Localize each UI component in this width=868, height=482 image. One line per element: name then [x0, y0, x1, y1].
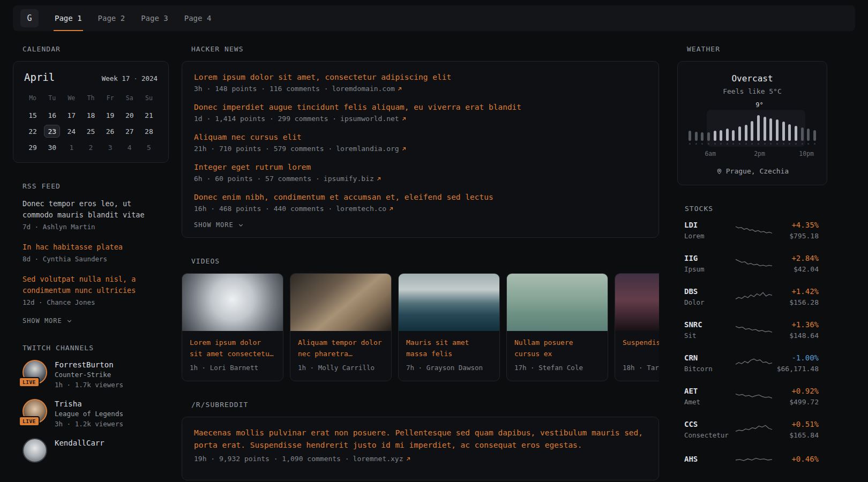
stock-ticker: AHS — [684, 455, 735, 463]
video-thumbnail[interactable] — [290, 274, 391, 331]
tab-page-1[interactable]: Page 1 — [54, 5, 83, 31]
stock-row[interactable]: AET Amet +0.92% $499.72 — [684, 387, 819, 406]
weather-peak-temp: 9° — [755, 101, 763, 109]
twitch-channel[interactable]: LIVE Trisha League of Legends 3h · 1.2k … — [23, 399, 159, 430]
subreddit-post-link[interactable]: Maecenas mollis pulvinar erat non posuer… — [194, 427, 647, 451]
tab-page-4[interactable]: Page 4 — [183, 5, 213, 31]
video-title-link[interactable]: Suspendisse diam — [615, 331, 659, 359]
hackernews-widget: HACKER NEWS Lorem ipsum dolor sit amet, … — [182, 45, 659, 238]
stock-row[interactable]: DBS Dolor +1.42% $156.28 — [684, 287, 819, 306]
channel-name-link[interactable]: Trisha — [55, 400, 123, 408]
video-thumbnail[interactable] — [615, 274, 659, 331]
rss-item-link[interactable]: Sed volutpat nulla nisl, a condimentum n… — [23, 274, 159, 296]
stock-row[interactable]: SNRC Sit +1.36% $148.64 — [684, 320, 819, 340]
rss-item: In hac habitasse platea 8d · Cynthia Sau… — [23, 242, 159, 265]
hn-story-domain-link[interactable]: ipsumworld.net — [340, 115, 407, 123]
video-card[interactable]: Lorem ipsum dolor sit amet consectetu… 1… — [182, 273, 283, 381]
location-pin-icon — [716, 168, 723, 175]
stock-row[interactable]: IIG Ipsum +2.84% $42.04 — [684, 254, 819, 273]
calendar-day: 20 — [120, 109, 139, 122]
calendar-day: 4 — [120, 141, 139, 154]
stock-sparkline — [735, 323, 773, 337]
weather-hour-bar — [757, 115, 760, 145]
calendar-day: 19 — [101, 109, 120, 122]
hn-story-domain-link[interactable]: loremdomain.com — [332, 85, 402, 93]
video-card[interactable]: Suspendisse diam 18h · Tara — [615, 273, 659, 381]
video-card[interactable]: Nullam posuere cursus ex 17h · Stefan Co… — [506, 273, 608, 381]
stock-sparkline — [735, 223, 773, 237]
stock-change: +0.51% — [773, 420, 819, 428]
rss-item-link[interactable]: Donec tempor eros leo, ut commodo mauris… — [23, 198, 159, 221]
calendar-day: 24 — [62, 125, 81, 138]
external-link-icon — [396, 86, 403, 92]
twitch-channel[interactable]: LIVE ForrestBurton Counter-Strike 1h · 1… — [23, 360, 159, 390]
video-title-link[interactable]: Aliquam tempor dolor nec pharetra… — [290, 331, 391, 359]
weather-hour-bar — [689, 131, 691, 145]
channel-category[interactable]: League of Legends — [55, 410, 123, 418]
tab-page-3[interactable]: Page 3 — [140, 5, 169, 31]
page-tabs: Page 1 Page 2 Page 3 Page 4 — [54, 5, 226, 31]
weather-hour-bar — [764, 117, 766, 145]
weather-hour-bar — [726, 129, 729, 145]
rss-heading: RSS FEED — [13, 182, 169, 190]
subreddit-widget: /R/SUBREDDIT Maecenas mollis pulvinar er… — [182, 401, 659, 480]
hn-show-more-button[interactable]: SHOW MORE — [194, 221, 244, 229]
stock-row[interactable]: AHS +0.46% — [684, 453, 819, 467]
video-card[interactable]: Aliquam tempor dolor nec pharetra… 1h · … — [290, 273, 392, 381]
hn-story-domain-link[interactable]: loremtech.co — [336, 205, 394, 213]
dashboard: CALENDAR April Week 17 · 2024 MoTuWeThFr… — [0, 31, 868, 482]
app-logo[interactable]: G — [20, 9, 39, 27]
stock-name: Sit — [684, 332, 735, 340]
weather-hour-bar — [695, 132, 698, 145]
weather-heading: WEATHER — [677, 45, 827, 53]
channel-name-link[interactable]: ForrestBurton — [55, 360, 123, 369]
weather-feels-like: Feels like 5°C — [687, 87, 817, 95]
video-card[interactable]: Mauris sit amet massa felis 7h · Grayson… — [398, 273, 500, 381]
stock-price: $42.04 — [773, 265, 819, 273]
stock-values: +1.42% $156.28 — [773, 287, 819, 306]
external-link-icon — [401, 146, 407, 152]
channel-category[interactable]: Counter-Strike — [55, 371, 123, 379]
channel-meta: 3h · 1.2k viewers — [55, 419, 123, 430]
hn-story-link[interactable]: Donec enim nibh, condimentum et accumsan… — [194, 191, 647, 203]
calendar-day: 1 — [62, 141, 81, 154]
stock-id: AHS — [684, 455, 735, 466]
hn-story-link[interactable]: Aliquam nec cursus elit — [194, 131, 647, 143]
stock-id: IIG Ipsum — [684, 254, 735, 273]
stock-row[interactable]: CCS Consectetur +0.51% $165.84 — [684, 420, 819, 439]
stock-row[interactable]: LDI Lorem +4.35% $795.18 — [684, 221, 819, 240]
weather-card: Overcast Feels like 5°C 9° 6am2pm10pm Pr… — [677, 61, 827, 185]
calendar-day: 17 — [62, 109, 81, 122]
channel-name-link[interactable]: KendallCarr — [55, 439, 104, 447]
calendar-weekday: We — [62, 93, 81, 103]
tab-page-2[interactable]: Page 2 — [97, 5, 126, 31]
rss-show-more-button[interactable]: SHOW MORE — [23, 317, 73, 325]
hackernews-heading: HACKER NEWS — [182, 45, 659, 53]
stock-change: +4.35% — [773, 221, 819, 229]
calendar-day: 28 — [139, 125, 159, 138]
twitch-channel-list: LIVE ForrestBurton Counter-Strike 1h · 1… — [13, 360, 169, 463]
video-title-link[interactable]: Lorem ipsum dolor sit amet consectetu… — [182, 331, 283, 359]
hn-story-link[interactable]: Donec imperdiet augue tincidunt felis al… — [194, 101, 647, 113]
center-column: HACKER NEWS Lorem ipsum dolor sit amet, … — [182, 45, 659, 482]
subreddit-domain: loremnet.xyz — [353, 455, 403, 463]
stock-change: +2.84% — [773, 254, 819, 262]
hn-story-link[interactable]: Lorem ipsum dolor sit amet, consectetur … — [194, 71, 647, 83]
hn-story-domain: loremtech.co — [336, 205, 386, 213]
external-link-icon — [401, 116, 407, 122]
video-thumbnail[interactable] — [399, 274, 499, 331]
subreddit-domain-link[interactable]: loremnet.xyz — [353, 455, 411, 463]
hn-story-domain-link[interactable]: loremlandia.org — [336, 145, 407, 153]
video-thumbnail[interactable] — [182, 274, 283, 331]
hn-story-domain-link[interactable]: ipsumify.biz — [324, 175, 382, 183]
rss-item-link[interactable]: In hac habitasse platea — [23, 242, 159, 253]
twitch-channel[interactable]: LIVE KendallCarr — [23, 438, 159, 463]
hn-story-link[interactable]: Integer eget rutrum lorem — [194, 161, 647, 173]
video-title-link[interactable]: Mauris sit amet massa felis — [399, 331, 499, 359]
video-title-link[interactable]: Nullam posuere cursus ex — [507, 331, 608, 359]
video-thumbnail[interactable] — [507, 274, 608, 331]
videos-heading: VIDEOS — [182, 257, 659, 265]
stock-row[interactable]: CRN Bitcorn -1.00% $66,171.48 — [684, 353, 819, 373]
stock-ticker: AET — [684, 387, 735, 395]
stock-sparkline — [735, 290, 773, 304]
